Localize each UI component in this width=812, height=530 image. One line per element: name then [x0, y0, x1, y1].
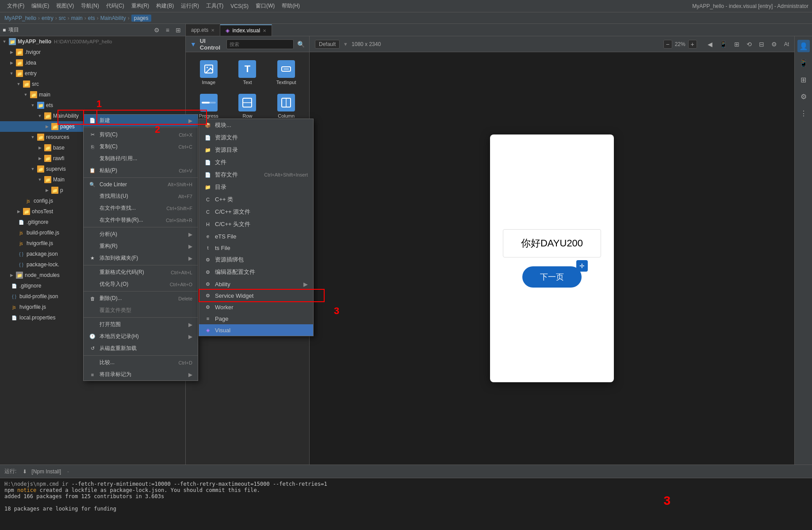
- ui-component-text[interactable]: T Text: [230, 58, 265, 88]
- submenu-worker[interactable]: ⚙ Worker: [199, 301, 313, 313]
- menu-navigate[interactable]: 导航(N): [77, 0, 103, 12]
- submenu-file[interactable]: 📄 文件: [199, 156, 313, 169]
- ui-component-textinput[interactable]: TextInput: [268, 58, 304, 88]
- collapse-icon[interactable]: ▼: [190, 41, 196, 48]
- ctx-copy-path[interactable]: 复制路径/引用...: [84, 153, 198, 165]
- zoom-out-button[interactable]: −: [663, 40, 672, 49]
- search-icon[interactable]: 🔍: [297, 41, 305, 48]
- submenu-ts-file[interactable]: t ts File: [199, 242, 313, 253]
- tree-item-src[interactable]: ▼ 📁 src: [0, 79, 185, 89]
- submenu-editor-config[interactable]: ⚙ 编辑器配置文件: [199, 266, 313, 278]
- ctx-mark-as[interactable]: ≡ 将目录标记为 ▶: [84, 369, 198, 380]
- preview-settings-icon[interactable]: ⚙: [770, 40, 779, 49]
- breadcrumb-item-6[interactable]: MainAbility: [100, 15, 126, 21]
- breadcrumb-item-2[interactable]: entry: [42, 15, 54, 21]
- sidebar-expand-icon[interactable]: ⊞: [174, 26, 183, 35]
- ctx-reload[interactable]: ↺ 从磁盘重新加载: [84, 342, 198, 354]
- breadcrumb-item-pages[interactable]: pages: [131, 15, 151, 22]
- ctx-find-in-file[interactable]: 在文件中查找... Ctrl+Shift+F: [84, 202, 198, 214]
- ctx-scope-arrow: ▶: [188, 322, 192, 328]
- ctx-delete[interactable]: 🗑 删除(D)... Delete: [84, 292, 198, 304]
- ctx-optimize[interactable]: 优化导入(O) Ctrl+Alt+O: [84, 278, 198, 290]
- ctx-code-linter[interactable]: 🔍 Code Linter Alt+Shift+H: [84, 179, 198, 190]
- tab-index-visual[interactable]: ◈ index.visual ✕: [220, 24, 272, 36]
- submenu-temp-file[interactable]: 📄 暂存文件 Ctrl+Alt+Shift+Insert: [199, 169, 313, 181]
- ctx-analyze[interactable]: 分析(A) ▶: [84, 228, 198, 240]
- preview-phone-icon[interactable]: 📱: [718, 40, 729, 49]
- breadcrumb-item-5[interactable]: ets: [88, 15, 95, 21]
- ctx-override[interactable]: 覆盖文件类型: [84, 304, 198, 316]
- ctx-cut[interactable]: ✂ 剪切(C) Ctrl+X: [84, 129, 198, 141]
- menu-tools[interactable]: 工具(T): [203, 0, 227, 12]
- bundle-icon: ⚙: [204, 256, 211, 263]
- right-panel-phone-icon[interactable]: 📱: [797, 57, 810, 69]
- menu-build[interactable]: 构建(B): [153, 0, 177, 12]
- tree-item-entry[interactable]: ▼ 📁 entry: [0, 68, 185, 79]
- terminal[interactable]: H:\nodejs\npm.cmd ir --fetch-retry-minti…: [0, 478, 812, 530]
- submenu-ability[interactable]: ⚙ Ability ▶: [199, 278, 313, 290]
- tab-close-icon[interactable]: ✕: [211, 28, 214, 33]
- ui-component-row[interactable]: Row: [230, 91, 265, 121]
- breadcrumb-item-3[interactable]: src: [59, 15, 66, 21]
- ui-component-image[interactable]: Image: [191, 58, 226, 88]
- breadcrumb-item-4[interactable]: main: [71, 15, 83, 21]
- sidebar-collapse-icon[interactable]: ≡: [164, 26, 171, 35]
- right-panel-more-icon[interactable]: ⋮: [797, 107, 810, 119]
- menu-edit[interactable]: 编辑(E): [28, 0, 53, 12]
- zoom-in-button[interactable]: +: [688, 40, 697, 49]
- ui-control-search[interactable]: [226, 39, 294, 49]
- phone-next-button[interactable]: 下一页: [522, 266, 582, 288]
- right-panel-grid-icon[interactable]: ⊞: [797, 73, 810, 86]
- submenu-resource-dir[interactable]: 📁 资源目录: [199, 144, 313, 156]
- ctx-paste[interactable]: 📋 粘贴(P) Ctrl+V: [84, 165, 198, 177]
- submenu-visual[interactable]: ◈ Visual: [199, 324, 313, 336]
- tab-close-icon-active[interactable]: ✕: [263, 28, 266, 33]
- ctx-local-history[interactable]: 🕐 本地历史记录(H) ▶: [84, 330, 198, 342]
- menu-view[interactable]: 视图(V): [53, 0, 77, 12]
- ctx-copy[interactable]: ⎘ 复制(C) Ctrl+C: [84, 141, 198, 153]
- tree-item-hvigor[interactable]: ▶ 📁 .hvigor: [0, 47, 185, 58]
- submenu-ets-file[interactable]: e eTS File: [199, 230, 313, 242]
- submenu-resource-bundle[interactable]: ⚙ 资源插绑包: [199, 253, 313, 266]
- submenu-module[interactable]: 📦 模块...: [199, 119, 313, 131]
- menu-window[interactable]: 窗口(W): [252, 0, 278, 12]
- tree-item-main[interactable]: ▼ 📁 main: [0, 89, 185, 100]
- tab-app-ets[interactable]: app.ets ✕: [186, 24, 220, 36]
- tree-item-root[interactable]: ▼ 📁 MyAPP_hello H:\DAYU200\MyAPP_hello: [0, 36, 185, 47]
- submenu-cpp-class[interactable]: C C++ 类: [199, 193, 313, 206]
- breadcrumb-item-1[interactable]: MyAPP_hello: [4, 15, 36, 21]
- sidebar-settings-icon[interactable]: ⚙: [152, 26, 161, 35]
- tree-item-ets[interactable]: ▼ 📁 ets: [0, 100, 185, 111]
- ctx-refactor[interactable]: 重构(R) ▶: [84, 240, 198, 252]
- statusbar-run-label: 运行:: [4, 468, 16, 475]
- menu-run[interactable]: 运行(R): [177, 0, 203, 12]
- ctx-open-scope[interactable]: 打开范围 ▶: [84, 319, 198, 330]
- menu-help[interactable]: 帮助(H): [278, 0, 303, 12]
- submenu-cpp-header[interactable]: H C/C++ 头文件: [199, 218, 313, 230]
- submenu-cpp-source[interactable]: C C/C++ 源文件: [199, 206, 313, 218]
- ctx-reformat[interactable]: 重新格式化代码(R) Ctrl+Alt+L: [84, 266, 198, 278]
- preview-grid-icon[interactable]: ⊟: [757, 40, 766, 49]
- menu-file[interactable]: 文件(F): [4, 0, 28, 12]
- ctx-find-usage[interactable]: 查找用法(U) Alt+F7: [84, 190, 198, 202]
- submenu-directory[interactable]: 📁 目录: [199, 181, 313, 193]
- preview-back-icon[interactable]: ◀: [706, 40, 714, 49]
- menu-vcs[interactable]: VCS(S): [227, 1, 252, 11]
- device-selector[interactable]: Default: [315, 40, 340, 49]
- right-panel-settings-icon[interactable]: ⚙: [797, 90, 810, 103]
- submenu-service-widget[interactable]: ⚙ Service Widget: [199, 290, 313, 301]
- terminal-line-3: added 166 packages from 125 contributors…: [4, 493, 808, 499]
- menu-refactor[interactable]: 重构(R): [128, 0, 153, 12]
- ctx-compare[interactable]: 比较... Ctrl+D: [84, 357, 198, 369]
- preview-rotate-icon[interactable]: ⟲: [745, 40, 754, 49]
- ctx-new[interactable]: 📄 新建 ▶: [84, 115, 198, 127]
- ctx-add-to-fav[interactable]: ★ 添加到收藏夹(F) ▶: [84, 252, 198, 264]
- submenu-page[interactable]: ≡ Page: [199, 313, 313, 324]
- submenu-resource-file[interactable]: 📄 资源文件: [199, 131, 313, 144]
- menu-code[interactable]: 代码(C): [103, 0, 128, 12]
- ui-component-column[interactable]: Column: [268, 91, 304, 121]
- ctx-replace-in-file[interactable]: 在文件中替换(R)... Ctrl+Shift+R: [84, 214, 198, 226]
- preview-tablet-icon[interactable]: ⊞: [732, 40, 741, 49]
- right-panel-user-icon[interactable]: 👤: [797, 40, 810, 52]
- tree-item-idea[interactable]: ▶ 📁 .idea: [0, 58, 185, 68]
